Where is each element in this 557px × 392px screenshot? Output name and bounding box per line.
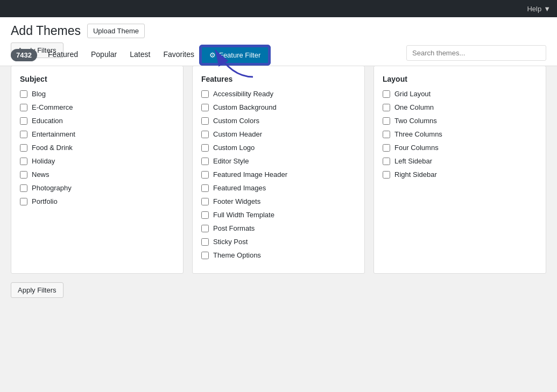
subject-title: Subject xyxy=(20,75,174,83)
label-education[interactable]: Education xyxy=(32,117,63,125)
checkbox-custom-background[interactable] xyxy=(201,104,209,111)
checkbox-holiday[interactable] xyxy=(20,158,27,165)
filters-grid: Subject Blog E-Commerce Education Entert… xyxy=(11,66,546,274)
label-food-drink[interactable]: Food & Drink xyxy=(32,144,73,152)
checkbox-custom-logo[interactable] xyxy=(201,144,209,152)
label-accessibility[interactable]: Accessibility Ready xyxy=(213,90,273,98)
label-holiday[interactable]: Holiday xyxy=(32,157,55,165)
label-post-formats[interactable]: Post Formats xyxy=(213,224,255,232)
label-featured-image-header[interactable]: Featured Image Header xyxy=(213,170,287,179)
label-news[interactable]: News xyxy=(32,170,50,179)
label-right-sidebar[interactable]: Right Sidebar xyxy=(394,170,437,179)
filter-item-four-columns: Four Columns xyxy=(383,144,537,152)
filter-item-three-columns: Three Columns xyxy=(383,130,537,138)
checkbox-theme-options[interactable] xyxy=(201,252,209,259)
filter-item-photography: Photography xyxy=(20,184,174,192)
checkbox-news[interactable] xyxy=(20,171,27,179)
label-blog[interactable]: Blog xyxy=(32,90,46,98)
tab-popular[interactable]: Popular xyxy=(84,45,123,66)
checkbox-one-column[interactable] xyxy=(383,104,390,111)
help-button[interactable]: Help ▼ xyxy=(527,5,551,13)
checkbox-right-sidebar[interactable] xyxy=(383,171,390,179)
nav-tabs: 7432 Featured Popular Latest Favorites ⚙… xyxy=(11,45,269,66)
label-footer-widgets[interactable]: Footer Widgets xyxy=(213,197,260,205)
checkbox-editor-style[interactable] xyxy=(201,158,209,165)
filter-item-footer-widgets: Footer Widgets xyxy=(201,197,356,205)
checkbox-featured-image-header[interactable] xyxy=(201,171,209,179)
checkbox-sticky-post[interactable] xyxy=(201,238,209,246)
label-three-columns[interactable]: Three Columns xyxy=(394,130,442,138)
label-left-sidebar[interactable]: Left Sidebar xyxy=(394,157,432,165)
layout-title: Layout xyxy=(383,75,537,83)
filter-item-theme-options: Theme Options xyxy=(201,251,356,259)
filter-item-editor-style: Editor Style xyxy=(201,157,356,165)
feature-filter-button[interactable]: ⚙ Feature Filter xyxy=(201,46,269,64)
checkbox-photography[interactable] xyxy=(20,184,27,192)
search-area xyxy=(406,45,546,65)
label-sticky-post[interactable]: Sticky Post xyxy=(213,238,248,246)
checkbox-four-columns[interactable] xyxy=(383,144,390,152)
checkbox-entertainment[interactable] xyxy=(20,131,27,138)
checkbox-full-width[interactable] xyxy=(201,211,209,219)
checkbox-blog[interactable] xyxy=(20,90,27,98)
checkbox-three-columns[interactable] xyxy=(383,131,390,138)
filter-item-portfolio: Portfolio xyxy=(20,197,174,205)
apply-filters-button-bottom[interactable]: Apply Filters xyxy=(11,282,64,298)
features-title: Features xyxy=(201,75,356,83)
filter-item-featured-image-header: Featured Image Header xyxy=(201,170,356,179)
label-custom-colors[interactable]: Custom Colors xyxy=(213,117,259,125)
label-two-columns[interactable]: Two Columns xyxy=(394,117,437,125)
help-label: Help xyxy=(527,5,541,13)
filter-item-grid-layout: Grid Layout xyxy=(383,90,537,98)
label-featured-images[interactable]: Featured Images xyxy=(213,184,266,192)
checkbox-left-sidebar[interactable] xyxy=(383,158,390,165)
filter-item-accessibility: Accessibility Ready xyxy=(201,90,356,98)
label-editor-style[interactable]: Editor Style xyxy=(213,157,249,165)
search-input[interactable] xyxy=(406,45,546,61)
tab-favorites[interactable]: Favorites xyxy=(157,45,201,66)
filter-item-entertainment: Entertainment xyxy=(20,130,174,138)
top-bar: Help ▼ xyxy=(0,0,557,17)
label-theme-options[interactable]: Theme Options xyxy=(213,251,261,259)
checkbox-custom-colors[interactable] xyxy=(201,117,209,125)
label-full-width[interactable]: Full Width Template xyxy=(213,211,274,219)
upload-theme-button[interactable]: Upload Theme xyxy=(87,24,145,38)
help-arrow-icon: ▼ xyxy=(544,5,551,13)
checkbox-accessibility[interactable] xyxy=(201,90,209,98)
checkbox-featured-images[interactable] xyxy=(201,184,209,192)
label-grid-layout[interactable]: Grid Layout xyxy=(394,90,431,98)
filter-item-custom-colors: Custom Colors xyxy=(201,117,356,125)
label-photography[interactable]: Photography xyxy=(32,184,72,192)
filter-item-sticky-post: Sticky Post xyxy=(201,238,356,246)
tab-featured[interactable]: Featured xyxy=(41,45,84,66)
layout-panel: Layout Grid Layout One Column Two Column… xyxy=(373,66,546,274)
tab-latest[interactable]: Latest xyxy=(123,45,157,66)
filter-item-holiday: Holiday xyxy=(20,157,174,165)
filter-item-two-columns: Two Columns xyxy=(383,117,537,125)
label-one-column[interactable]: One Column xyxy=(394,103,434,111)
checkbox-custom-header[interactable] xyxy=(201,131,209,138)
filter-item-post-formats: Post Formats xyxy=(201,224,356,232)
label-custom-background[interactable]: Custom Background xyxy=(213,103,277,111)
checkbox-footer-widgets[interactable] xyxy=(201,198,209,205)
content-area: Apply Filters Subject Blog E-Commerce Ed… xyxy=(0,34,557,314)
label-portfolio[interactable]: Portfolio xyxy=(32,197,58,205)
filter-item-right-sidebar: Right Sidebar xyxy=(383,170,537,179)
filter-item-left-sidebar: Left Sidebar xyxy=(383,157,537,165)
label-ecommerce[interactable]: E-Commerce xyxy=(32,103,73,111)
checkbox-post-formats[interactable] xyxy=(201,225,209,232)
label-custom-logo[interactable]: Custom Logo xyxy=(213,144,255,152)
label-entertainment[interactable]: Entertainment xyxy=(32,130,75,138)
label-custom-header[interactable]: Custom Header xyxy=(213,130,262,138)
checkbox-ecommerce[interactable] xyxy=(20,104,27,111)
checkbox-education[interactable] xyxy=(20,117,27,125)
checkbox-two-columns[interactable] xyxy=(383,117,390,125)
filter-item-news: News xyxy=(20,170,174,179)
nav-tabs-wrapper: 7432 Featured Popular Latest Favorites ⚙… xyxy=(11,45,546,66)
checkbox-portfolio[interactable] xyxy=(20,198,27,205)
filter-item-one-column: One Column xyxy=(383,103,537,111)
label-four-columns[interactable]: Four Columns xyxy=(394,144,439,152)
filter-item-custom-logo: Custom Logo xyxy=(201,144,356,152)
checkbox-grid-layout[interactable] xyxy=(383,90,390,98)
checkbox-food-drink[interactable] xyxy=(20,144,27,152)
